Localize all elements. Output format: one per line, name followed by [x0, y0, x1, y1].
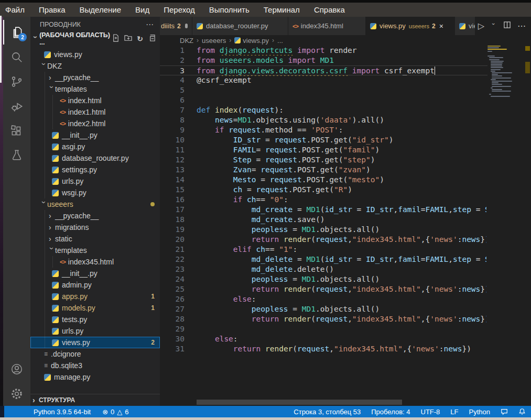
code-line[interactable]: 20 return render(request,"index345.html"…	[160, 235, 524, 245]
python-interpreter[interactable]: Python 3.9.5 64-bit	[34, 408, 91, 416]
breadcrumb-item[interactable]: useeers	[202, 37, 226, 45]
settings-gear-icon[interactable]	[3, 381, 30, 406]
explorer-icon[interactable]: 2	[3, 20, 30, 45]
problems-indicator[interactable]: ⊗ 0 △ 6	[102, 408, 128, 416]
vertical-scrollbar[interactable]	[524, 35, 531, 406]
breadcrumb-item[interactable]: ...	[277, 37, 283, 45]
code-line[interactable]: 18 md_create.save()	[160, 215, 524, 225]
tree-item[interactable]: <>index345.html	[30, 256, 160, 268]
tree-item[interactable]: ›__pycache__	[30, 72, 160, 83]
account-icon[interactable]	[3, 357, 30, 381]
search-icon[interactable]	[3, 45, 30, 69]
status-item[interactable]: Строка 3, столбец 53	[294, 408, 361, 416]
tree-item[interactable]: admin.py	[30, 279, 160, 291]
code-line[interactable]: 2from useeers.models import MD1	[160, 56, 524, 65]
outline-section-header[interactable]: › СТРУКТУРА	[30, 394, 160, 406]
tree-item[interactable]: <>index.html	[30, 95, 160, 106]
editor-tab[interactable]: diiits2	[160, 17, 192, 35]
code-line[interactable]: 3from django.views.decorators.csrf impor…	[160, 65, 524, 75]
breadcrumb-item[interactable]: views.py	[234, 37, 269, 45]
tree-item[interactable]: manage.py	[30, 371, 160, 383]
menu-item[interactable]: Вид	[135, 5, 149, 14]
menu-item[interactable]: Выполнить	[209, 5, 250, 14]
menu-item[interactable]: Файл	[5, 5, 25, 14]
code-line[interactable]: 17 md_create = MD1(id_str = ID_str,famil…	[160, 205, 524, 215]
code-line[interactable]: 21 elif ch== "1":	[160, 245, 524, 255]
code-line[interactable]: 27 peopless = MD1.objects.all()	[160, 304, 524, 314]
run-file-icon[interactable]: ▷	[478, 21, 484, 31]
status-item[interactable]: Python	[469, 408, 490, 416]
more-actions-icon[interactable]: ⋯	[517, 21, 526, 31]
menu-item[interactable]: Выделение	[80, 5, 121, 14]
editor-tab[interactable]: <>index345.html	[288, 17, 366, 35]
menu-item[interactable]: Справка	[314, 5, 345, 14]
code-line[interactable]: 28 return render(request,"index345.html"…	[160, 314, 524, 324]
code-line[interactable]: 22 md_delete = MD1(id_str = ID_str,famil…	[160, 255, 524, 264]
code-line[interactable]: 12 Step = request.POST.get("step")	[160, 155, 524, 165]
code-line[interactable]: 25 return render(request,"index345.html"…	[160, 284, 524, 294]
tree-item[interactable]: ›static	[30, 233, 160, 245]
tree-item[interactable]: apps.py1	[30, 291, 160, 302]
menu-item[interactable]: Правка	[39, 5, 66, 14]
tree-item[interactable]: views.py	[30, 49, 160, 60]
explorer-more-icon[interactable]: ⋯	[146, 20, 154, 29]
close-icon[interactable]: ×	[439, 22, 443, 30]
menu-item[interactable]: Терминал	[264, 5, 300, 14]
code-line[interactable]: 29	[160, 324, 524, 334]
tree-item[interactable]: urls.py	[30, 325, 160, 337]
code-line[interactable]: 8 news=MD1.objects.using('daata').all()	[160, 115, 524, 125]
collapse-all-icon[interactable]	[148, 34, 156, 43]
code-line[interactable]: 11 FAMIL= request.POST.get("famil")	[160, 145, 524, 155]
status-item[interactable]: LF	[450, 408, 458, 416]
code-line[interactable]: 24 peopless = MD1.objects.all()	[160, 274, 524, 284]
code-area[interactable]: 1from django.shortcuts import render2fro…	[160, 46, 524, 354]
tree-item[interactable]: ›templates	[30, 245, 160, 256]
tree-item[interactable]: models.py1	[30, 302, 160, 314]
code-line[interactable]: 19 peopless = MD1.objects.all()	[160, 225, 524, 235]
tree-item[interactable]: ≡db.sqlite3	[30, 360, 160, 371]
breadcrumb-item[interactable]: DKZ	[180, 37, 193, 45]
tree-item[interactable]: ›useeers	[30, 198, 160, 210]
code-line[interactable]: 15 ch = request.POST.get("R")	[160, 185, 524, 195]
run-dropdown-icon[interactable]: ›	[491, 23, 497, 29]
refresh-icon[interactable]: ↻	[137, 35, 143, 42]
tree-item[interactable]: ›DKZ	[30, 60, 160, 72]
tree-item[interactable]: settings.py	[30, 164, 160, 175]
tree-item[interactable]: __init__.py	[30, 129, 160, 141]
tree-item[interactable]: urls.py	[30, 175, 160, 187]
tree-item[interactable]: ›migrations	[30, 222, 160, 233]
code-line[interactable]: 10 ID_str = request.POST.get("id_str")	[160, 135, 524, 145]
editor-tab[interactable]: database_roouter.py	[192, 17, 288, 35]
tree-item[interactable]: <>index2.html	[30, 118, 160, 129]
editor-tab[interactable]: views.pyuseeers2×	[366, 17, 455, 35]
code-line[interactable]: 9 if request.method == 'POST':	[160, 125, 524, 135]
code-line[interactable]: 1from django.shortcuts import render	[160, 46, 524, 56]
tree-item[interactable]: views.py2	[30, 337, 160, 348]
code-line[interactable]: 31 return render(request,"index345.html"…	[160, 344, 524, 354]
extensions-icon[interactable]	[3, 118, 30, 143]
tree-item[interactable]: <>index1.html	[30, 106, 160, 118]
tree-item[interactable]: __init__.py	[30, 268, 160, 279]
feedback-icon[interactable]	[501, 408, 508, 415]
notifications-bell-icon[interactable]	[518, 408, 526, 415]
tree-item[interactable]: ›templates	[30, 83, 160, 95]
code-line[interactable]: 16 if ch== "0":	[160, 195, 524, 205]
code-line[interactable]: 6	[160, 95, 524, 105]
source-control-icon[interactable]	[3, 69, 30, 94]
code-line[interactable]: 7def index(request):	[160, 105, 524, 115]
tree-item[interactable]: ›__pycache__	[30, 210, 160, 222]
horizontal-scrollbar[interactable]	[197, 400, 402, 405]
tree-item[interactable]: ≡.dcignore	[30, 348, 160, 360]
status-item[interactable]: Пробелов: 4	[371, 408, 410, 416]
code-line[interactable]: 5	[160, 85, 524, 95]
tree-item[interactable]: asgi.py	[30, 141, 160, 152]
run-debug-icon[interactable]	[3, 94, 30, 118]
tree-item[interactable]: database_roouter.py	[30, 152, 160, 164]
menu-item[interactable]: Переход	[164, 5, 195, 14]
code-line[interactable]: 23 md_delete.delete()	[160, 264, 524, 274]
code-line[interactable]: 14 Mesto = request.POST.get("mesto")	[160, 175, 524, 185]
new-file-icon[interactable]	[112, 34, 120, 43]
minimap[interactable]	[487, 45, 524, 369]
status-item[interactable]: UTF-8	[421, 408, 440, 416]
testing-icon[interactable]	[3, 143, 30, 168]
